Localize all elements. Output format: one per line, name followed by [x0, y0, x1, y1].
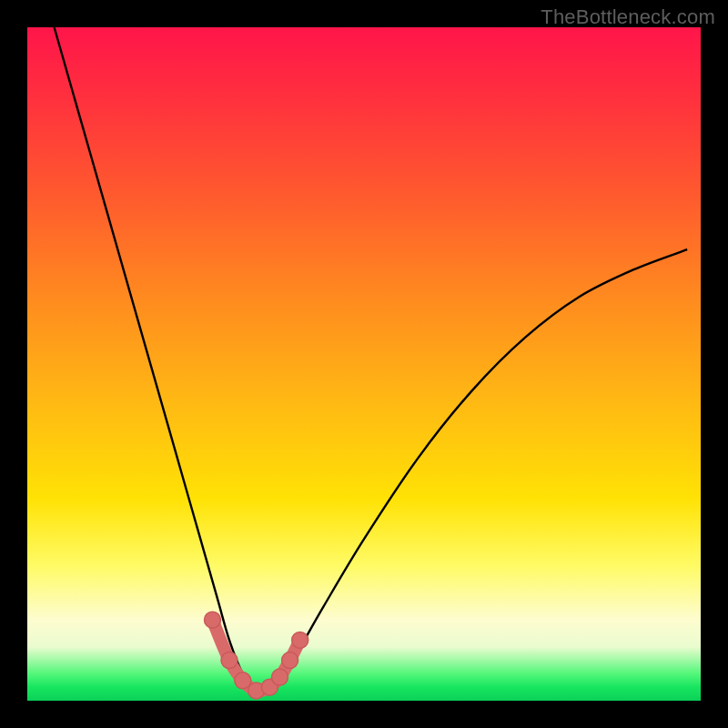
- data-marker: [235, 672, 251, 689]
- marker-group: [205, 612, 308, 699]
- curve-layer: [27, 27, 701, 701]
- data-marker: [282, 652, 298, 669]
- data-marker: [292, 632, 308, 648]
- data-marker: [272, 669, 288, 685]
- watermark-text: TheBottleneck.com: [541, 5, 715, 29]
- plot-area: [27, 27, 701, 701]
- bottleneck-curve: [55, 27, 688, 692]
- chart-frame: TheBottleneck.com: [0, 0, 728, 728]
- data-marker: [221, 652, 238, 669]
- data-marker: [205, 612, 221, 628]
